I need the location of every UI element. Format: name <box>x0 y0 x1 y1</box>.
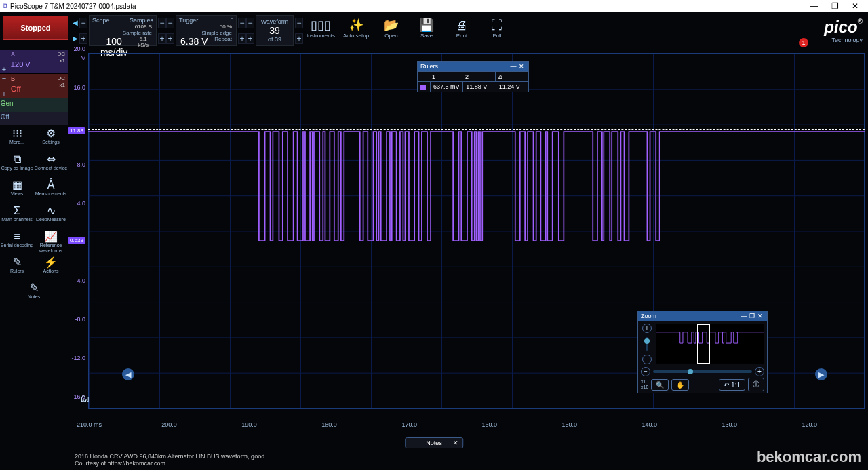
prev-arrow-icon[interactable]: ◀ <box>71 19 79 27</box>
toolbar-icon: 📂 <box>375 18 408 33</box>
tool-math-channels[interactable]: ΣMath channels <box>0 203 34 229</box>
toolbar-icon: ✨ <box>340 18 372 33</box>
rulers-panel[interactable]: Rulers — ✕ 1 2 Δ 637.5 mV 11.88 V 11.24 … <box>417 61 529 92</box>
scope-minus-button[interactable]: − <box>79 18 87 28</box>
toolbar-print-button[interactable]: 🖨Print <box>446 15 478 47</box>
notes-close-icon[interactable]: ✕ <box>453 439 458 446</box>
toolbar-auto-setup-button[interactable]: ✨Auto setup <box>340 15 372 47</box>
toolbar-icon: ⛶ <box>481 18 513 33</box>
trigger-minus2-button[interactable]: − <box>238 18 246 28</box>
trigger-plus2-button[interactable]: + <box>238 33 246 44</box>
side-toolbar: ⁝⁝⁝More...⚙Settings⧉Copy as image⇔Connec… <box>0 126 68 307</box>
channel-b-box[interactable]: − + B DC x1 Off <box>0 74 68 98</box>
toolbar-save-button[interactable]: 💾Save <box>410 15 443 47</box>
zoom-max-icon[interactable]: ❐ <box>748 313 756 319</box>
channel-a-box[interactable]: − + A DC x1 ±20 V <box>0 50 68 74</box>
tool-copy-as-image[interactable]: ⧉Copy as image <box>0 152 34 178</box>
toolbar-open-button[interactable]: 📂Open <box>375 15 408 47</box>
notification-badge[interactable]: 1 <box>799 38 808 47</box>
zoom-h-in-button[interactable]: + <box>755 367 764 376</box>
toolbar-icon: ▯▯▯ <box>304 18 337 33</box>
chan-b-plus[interactable]: + <box>0 90 8 98</box>
zoom-min-icon[interactable]: — <box>740 313 748 319</box>
ruler-high-line[interactable] <box>88 129 865 130</box>
trigger-plus-button[interactable]: + <box>166 33 174 44</box>
ruler-low-line[interactable] <box>88 239 865 239</box>
tool-notes[interactable]: ✎Notes <box>0 281 68 307</box>
tool-reference-waveforms[interactable]: 📈Reference waveforms <box>34 229 68 255</box>
trigger-panel[interactable]: Trigger ⎍ 50 % Simple edge 6.38 VRepeat <box>176 15 237 46</box>
tool-settings[interactable]: ⚙Settings <box>34 126 68 152</box>
zoom-out-button[interactable]: − <box>642 355 652 364</box>
zoom-search-button[interactable]: 🔍 <box>651 379 669 391</box>
gen-off-box[interactable]: + Off <box>0 112 68 125</box>
next-arrow-icon[interactable]: ▶ <box>71 35 79 43</box>
toolbar-full-button[interactable]: ⛶Full <box>481 15 513 47</box>
toolbar-instruments-button[interactable]: ▯▯▯Instruments <box>304 15 337 47</box>
minimize-button[interactable]: — <box>804 1 825 11</box>
wave-minus-button[interactable]: − <box>246 18 254 28</box>
zoom-h-out-button[interactable]: − <box>641 367 650 376</box>
scope-plus2-button[interactable]: + <box>158 33 166 44</box>
zoom-undo-button[interactable]: ↶ 1:1 <box>719 379 745 391</box>
scope-panel[interactable]: Scope Samples 6108 S Sample rate 100 ms/… <box>89 15 157 46</box>
pico-logo: pico® Technology <box>824 18 863 43</box>
x-axis: -210.0 ms-200.0-190.0-180.0-170.0-160.0-… <box>88 416 865 436</box>
tool-serial-decoding[interactable]: ≡Serial decoding <box>0 229 34 255</box>
ruler-swatch-icon <box>420 85 426 90</box>
top-toolbar: Stopped ◀▶ −+ Scope Samples 6108 S Sampl… <box>0 12 868 50</box>
tool-rulers[interactable]: ✎Rulers <box>0 255 34 281</box>
close-button[interactable]: ✕ <box>845 1 865 11</box>
tool-measurements[interactable]: ÅMeasurements <box>34 178 68 203</box>
plot-next-button[interactable]: ▶ <box>815 368 827 380</box>
gen-box[interactable]: − Gen <box>0 98 68 112</box>
rulers-close-icon[interactable]: ✕ <box>517 63 526 70</box>
ruler-high-badge[interactable]: 11.88 <box>68 127 85 134</box>
tool-connect-device[interactable]: ⇔Connect device <box>34 152 68 178</box>
zoom-panel[interactable]: Zoom — ❐ ✕ + − − + x1x10 🔍 ✋ ↶ 1:1 ⓘ <box>637 311 768 393</box>
scope-minus2-button[interactable]: − <box>158 18 166 28</box>
zoom-in-button[interactable]: + <box>642 324 652 333</box>
zoom-pan-button[interactable]: ✋ <box>671 379 689 391</box>
trigger-minus-button[interactable]: − <box>166 18 174 28</box>
chan-a-plus[interactable]: + <box>0 65 8 73</box>
wave-minus2-button[interactable]: − <box>295 18 303 28</box>
zoom-minimap[interactable] <box>656 324 764 364</box>
tool-deepmeasure[interactable]: ∿DeepMeasure <box>34 203 68 229</box>
tool-views[interactable]: ▦Views <box>0 178 34 203</box>
titlebar: ⧉ PicoScope 7 T&M 20240727-0004.psdata —… <box>0 0 868 12</box>
plot-prev-button[interactable]: ◀ <box>122 368 134 380</box>
waveform-panel[interactable]: Waveform 39 of 39 <box>256 15 294 46</box>
chan-a-minus[interactable]: − <box>0 50 8 58</box>
window-title: PicoScope 7 T&M 20240727-0004.psdata <box>10 3 136 10</box>
toolbar-icon: 💾 <box>410 18 443 33</box>
watermark: bekomcar.com <box>757 448 861 466</box>
run-stop-button[interactable]: Stopped <box>3 16 68 40</box>
toolbar-icon: 🖨 <box>446 18 478 33</box>
chan-b-minus[interactable]: − <box>0 74 8 82</box>
zoom-slider[interactable] <box>653 370 752 373</box>
ruler-low-badge[interactable]: 0.638 <box>68 237 85 244</box>
footer: 2016 Honda CRV AWD 96,843km Alternator L… <box>75 450 868 470</box>
tool-more-[interactable]: ⁝⁝⁝More... <box>0 126 34 152</box>
zoom-close-icon[interactable]: ✕ <box>756 313 764 319</box>
rulers-min-icon[interactable]: — <box>509 63 517 70</box>
wave-plus2-button[interactable]: + <box>295 33 303 44</box>
channel-strip: − + A DC x1 ±20 V − + B DC x1 Off − Gen … <box>0 50 68 125</box>
maximize-button[interactable]: ❐ <box>825 1 845 11</box>
app-icon: ⧉ <box>3 2 7 10</box>
zoom-info-button[interactable]: ⓘ <box>748 378 764 391</box>
scope-plus-button[interactable]: + <box>79 33 87 44</box>
edge-icon: ⎍ <box>230 17 233 24</box>
wave-plus-button[interactable]: + <box>246 33 254 44</box>
file-icon[interactable]: 🗂 <box>80 393 90 404</box>
notes-tab[interactable]: Notes ✕ <box>405 437 463 448</box>
tool-actions[interactable]: ⚡Actions <box>34 255 68 281</box>
